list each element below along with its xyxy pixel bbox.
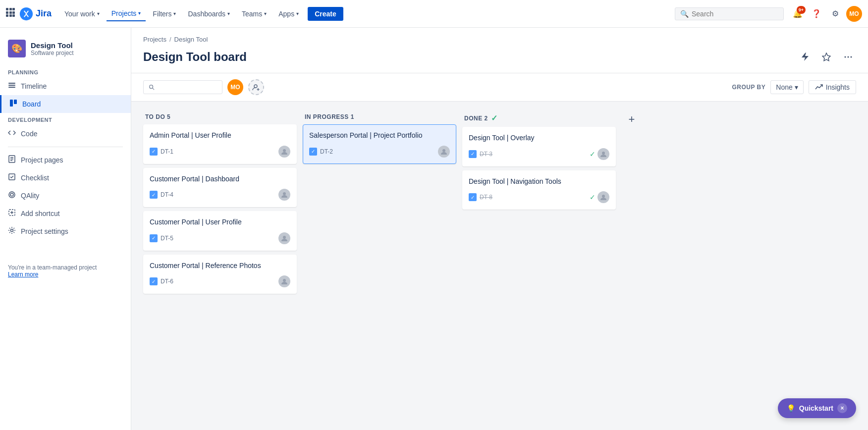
teams-nav[interactable]: Teams ▾: [237, 7, 271, 21]
sidebar-item-add-shortcut[interactable]: Add shortcut: [0, 205, 131, 222]
star-icon[interactable]: [818, 49, 834, 65]
group-by-select[interactable]: None ▾: [770, 80, 803, 94]
card-dt1[interactable]: Admin Portal | User Profile ✓ DT-1: [143, 124, 297, 164]
sidebar-item-code[interactable]: Code: [0, 125, 131, 143]
add-person-button[interactable]: [248, 79, 264, 95]
card-dt5-avatar: [278, 232, 290, 244]
board-toolbar: MO GROUP BY None ▾: [131, 73, 868, 102]
sidebar-item-project-settings[interactable]: Project settings: [0, 222, 131, 240]
sidebar-item-checklist[interactable]: Checklist: [0, 169, 131, 187]
logo-text: Jira: [36, 8, 52, 19]
quickstart-close-button[interactable]: ×: [837, 403, 847, 413]
svg-line-29: [153, 88, 154, 90]
board-user-avatar[interactable]: MO: [227, 79, 243, 95]
quickstart-label: Quickstart: [799, 404, 833, 412]
create-button[interactable]: Create: [308, 7, 343, 21]
svg-point-34: [283, 192, 286, 195]
column-done-cards: Design Tool | Overlay ✓ DT-3 ✓: [462, 127, 616, 210]
qality-icon: [8, 191, 16, 201]
svg-rect-11: [8, 87, 15, 88]
card-dt6[interactable]: Customer Portal | Reference Photos ✓ DT-…: [143, 255, 297, 294]
card-dt3[interactable]: Design Tool | Overlay ✓ DT-3 ✓: [462, 127, 616, 166]
svg-rect-8: [12, 14, 15, 17]
top-navigation: Jira Your work ▾ Projects ▾ Filters ▾ Da…: [0, 0, 868, 28]
help-button[interactable]: ❓: [809, 6, 824, 22]
sidebar-divider-1: [8, 147, 123, 147]
settings-button[interactable]: ⚙: [827, 6, 843, 22]
your-work-nav[interactable]: Your work ▾: [59, 7, 105, 21]
sidebar-learn-more[interactable]: Learn more: [8, 271, 38, 278]
card-dt5-id: DT-5: [161, 235, 173, 242]
timeline-icon: [8, 81, 16, 91]
column-header-done: DONE 2 ✓: [462, 109, 616, 127]
card-dt4-meta: ✓ DT-4: [150, 191, 173, 199]
checklist-icon: [8, 173, 16, 183]
sidebar-item-add-shortcut-label: Add shortcut: [21, 210, 60, 217]
card-dt2[interactable]: Salesperson Portal | Project Portfolio ✓…: [303, 124, 456, 164]
breadcrumb-projects[interactable]: Projects: [143, 36, 166, 43]
sidebar-item-pages-label: Project pages: [21, 156, 63, 164]
search-box[interactable]: 🔍: [675, 7, 784, 20]
insights-button[interactable]: Insights: [809, 80, 856, 94]
notifications-button[interactable]: 🔔 9+: [790, 6, 806, 22]
group-by-label: GROUP BY: [732, 84, 765, 91]
code-icon: [8, 129, 16, 139]
jira-logo[interactable]: Jira: [19, 6, 52, 21]
projects-chevron: ▾: [138, 10, 141, 16]
svg-point-30: [254, 85, 257, 88]
card-dt6-footer: ✓ DT-6: [150, 275, 290, 287]
card-dt1-avatar: [278, 146, 290, 158]
task-icon-dt4: ✓: [150, 191, 158, 199]
card-dt5[interactable]: Customer Portal | User Profile ✓ DT-5: [143, 211, 297, 251]
task-icon-dt2: ✓: [309, 148, 317, 156]
board-search-input[interactable]: [158, 83, 217, 91]
projects-nav[interactable]: Projects ▾: [107, 6, 146, 21]
dashboards-nav[interactable]: Dashboards ▾: [183, 7, 235, 21]
dashboards-chevron: ▾: [227, 11, 230, 16]
done-check-icon: ✓: [491, 113, 498, 123]
board-icon: [9, 99, 17, 109]
column-header-inprogress: IN PROGRESS 1: [303, 109, 456, 124]
sidebar-item-timeline[interactable]: Timeline: [0, 77, 131, 95]
sidebar-item-qality[interactable]: QAlity: [0, 187, 131, 205]
more-icon[interactable]: [840, 49, 856, 65]
filters-nav[interactable]: Filters ▾: [148, 7, 181, 21]
sidebar-item-board-label: Board: [22, 100, 41, 108]
sidebar: 🎨 Design Tool Software project PLANNING …: [0, 28, 131, 430]
sidebar-item-checklist-label: Checklist: [21, 174, 49, 182]
breadcrumb: Projects / Design Tool: [131, 28, 868, 45]
add-column-button[interactable]: +: [622, 109, 642, 129]
quickstart-bulb-icon: 💡: [787, 404, 795, 412]
search-icon: 🔍: [680, 10, 689, 18]
quickstart-widget[interactable]: 💡 Quickstart ×: [778, 398, 856, 418]
sidebar-project-header[interactable]: 🎨 Design Tool Software project: [0, 36, 131, 65]
card-dt8[interactable]: Design Tool | Navigation Tools ✓ DT-8 ✓: [462, 170, 616, 210]
grid-icon[interactable]: [6, 8, 15, 19]
column-done-title: DONE 2: [464, 115, 488, 122]
card-dt2-footer: ✓ DT-2: [309, 146, 450, 158]
sidebar-item-board[interactable]: Board: [0, 95, 131, 113]
sidebar-item-project-pages[interactable]: Project pages: [0, 151, 131, 169]
svg-point-19: [9, 192, 15, 198]
search-input[interactable]: [692, 10, 771, 18]
user-avatar[interactable]: MO: [846, 6, 862, 22]
card-dt6-meta: ✓ DT-6: [150, 277, 173, 285]
board-search-box[interactable]: [143, 80, 222, 94]
apps-nav[interactable]: Apps ▾: [273, 7, 304, 21]
svg-rect-9: [8, 83, 15, 84]
svg-point-35: [283, 236, 286, 239]
group-by-chevron: ▾: [795, 83, 798, 91]
task-icon-dt1: ✓: [150, 148, 158, 156]
card-dt3-id: DT-3: [480, 151, 492, 158]
lightning-icon[interactable]: [797, 49, 813, 65]
card-dt5-title: Customer Portal | User Profile: [150, 217, 290, 227]
main-content: Projects / Design Tool Design Tool board: [131, 28, 868, 430]
svg-rect-12: [10, 100, 13, 107]
card-dt2-avatar: [438, 146, 450, 158]
svg-rect-7: [9, 14, 12, 17]
card-dt6-id: DT-6: [161, 278, 173, 285]
card-dt8-done-icon: ✓: [590, 193, 596, 201]
card-dt4[interactable]: Customer Portal | Dashboard ✓ DT-4: [143, 168, 297, 208]
card-dt8-right: ✓: [590, 191, 609, 203]
column-header-todo: TO DO 5: [143, 109, 297, 124]
